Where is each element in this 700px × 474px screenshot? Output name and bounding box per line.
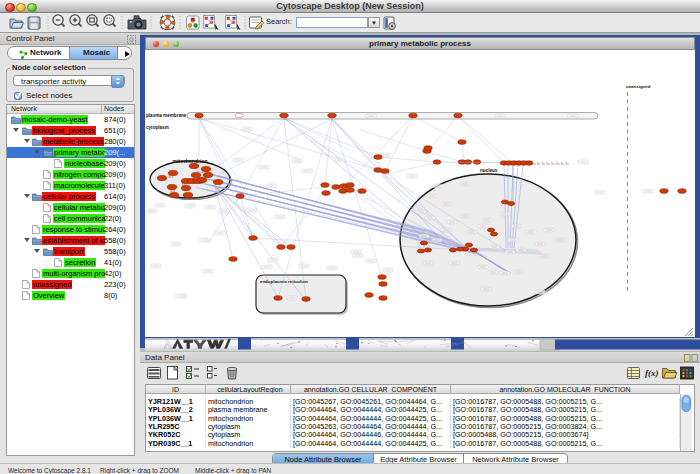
svg-text:Sc4: Sc4: [168, 175, 174, 179]
svg-text:unassigned: unassigned: [626, 84, 651, 89]
svg-text:Sc Sc Sc Sc Sc Sc Sc Sc: Sc Sc Sc Sc Sc Sc Sc Sc: [532, 162, 570, 166]
svg-text:plasma membrane: plasma membrane: [146, 113, 187, 118]
svg-text:cytoplasm: cytoplasm: [146, 125, 169, 130]
svg-text:Sc12: Sc12: [182, 183, 189, 187]
svg-text:Sc2: Sc2: [186, 197, 192, 201]
svg-text:nucleus: nucleus: [480, 168, 498, 173]
svg-text:Sc9: Sc9: [170, 189, 176, 193]
svg-text:mitochondrion: mitochondrion: [173, 158, 208, 164]
svg-text:f(x): f(x): [645, 368, 659, 378]
